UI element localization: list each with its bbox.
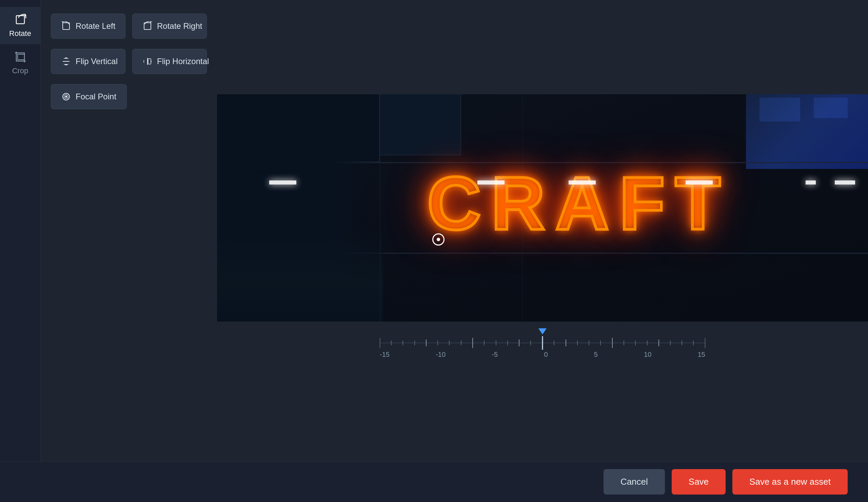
focal-point-button[interactable]: Focal Point — [51, 84, 127, 109]
flip-horizontal-label: Flip Horizontal — [157, 57, 209, 66]
svg-rect-0 — [16, 16, 24, 24]
bottom-bar: Cancel Save Save as a new asset — [0, 461, 868, 502]
image-container[interactable]: CRAFT — [217, 94, 868, 321]
ruler-label-5: 5 — [594, 351, 598, 359]
flip-horizontal-icon — [143, 57, 152, 66]
ruler-container: -15 -10 -5 0 5 10 15 — [217, 321, 868, 367]
ruler-label-0: 0 — [544, 351, 548, 359]
sidebar: Rotate Crop — [0, 0, 41, 461]
ruler: -15 -10 -5 0 5 10 15 — [380, 328, 705, 360]
controls-panel: Rotate Left Rotate Right Flip Vertical — [41, 0, 217, 461]
svg-rect-1 — [18, 54, 24, 60]
flip-vertical-icon — [61, 57, 71, 66]
ruler-label-neg10: -10 — [436, 351, 445, 359]
focal-point-marker[interactable] — [432, 233, 445, 246]
rotate-right-label: Rotate Right — [157, 21, 202, 31]
neon-text: CRAFT — [427, 161, 731, 246]
svg-rect-4 — [148, 59, 151, 64]
flip-horizontal-button[interactable]: Flip Horizontal — [132, 49, 207, 74]
flip-buttons-row: Flip Vertical Flip Horizontal — [51, 49, 207, 74]
focal-point-label: Focal Point — [76, 92, 116, 101]
rotate-right-icon — [143, 21, 152, 31]
sidebar-rotate-label: Rotate — [9, 29, 31, 38]
ruler-label-neg5: -5 — [492, 351, 498, 359]
sidebar-item-rotate[interactable]: Rotate — [0, 7, 40, 44]
flip-vertical-button[interactable]: Flip Vertical — [51, 49, 125, 74]
rotate-icon — [13, 13, 27, 27]
rotate-left-icon — [61, 21, 71, 31]
rotate-left-label: Rotate Left — [76, 21, 115, 31]
save-button[interactable]: Save — [672, 469, 726, 494]
rotate-buttons-row: Rotate Left Rotate Right — [51, 13, 207, 39]
crop-icon — [13, 50, 27, 64]
save-as-new-asset-button[interactable]: Save as a new asset — [732, 469, 848, 494]
canvas-area: CRAFT — [217, 0, 868, 461]
ruler-label-15: 15 — [698, 351, 705, 359]
ruler-label-neg15: -15 — [380, 351, 390, 359]
svg-point-6 — [65, 96, 67, 98]
focal-point-icon — [61, 92, 71, 101]
cancel-button[interactable]: Cancel — [603, 469, 665, 494]
ruler-ticks — [380, 335, 705, 351]
rotate-right-button[interactable]: Rotate Right — [132, 13, 207, 39]
rotate-left-button[interactable]: Rotate Left — [51, 13, 125, 39]
flip-vertical-label: Flip Vertical — [76, 57, 118, 66]
craft-image-bg: CRAFT — [217, 94, 868, 321]
sidebar-crop-label: Crop — [12, 66, 29, 75]
sidebar-item-crop[interactable]: Crop — [0, 44, 40, 81]
ruler-label-10: 10 — [644, 351, 651, 359]
focal-point-row: Focal Point — [51, 84, 207, 109]
